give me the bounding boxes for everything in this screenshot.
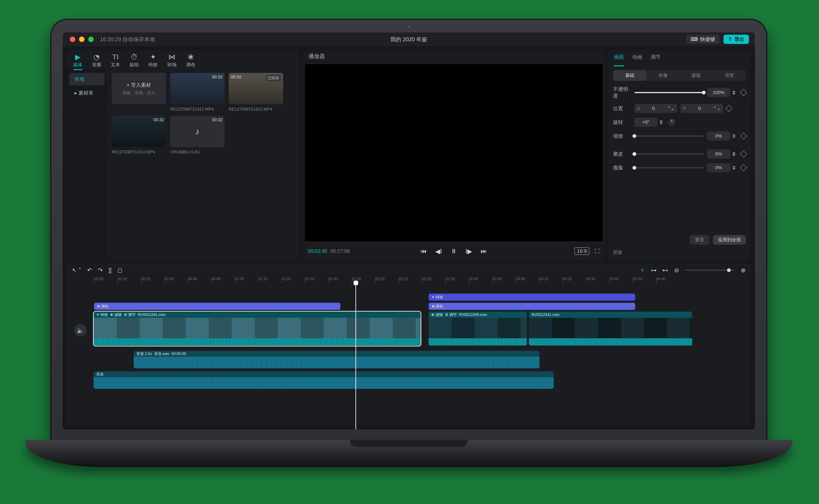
current-timecode: 00:02:45 — [308, 248, 327, 254]
subtab-basic[interactable]: 基础 — [613, 70, 646, 81]
text-icon: TI — [112, 53, 119, 60]
subtab-background[interactable]: 背景 — [713, 70, 746, 81]
track-label: ❀ 调色 — [97, 304, 109, 309]
tab-label: 媒体 — [73, 62, 82, 68]
window-close[interactable] — [70, 37, 75, 42]
smooth-spinner[interactable] — [732, 152, 738, 156]
rotation-spinner[interactable] — [660, 120, 665, 124]
sidebar-local[interactable]: 本地 — [69, 73, 105, 85]
next-clip-button[interactable]: ⏭ — [481, 248, 487, 255]
tab-picture[interactable]: 画面 — [614, 54, 624, 66]
window-maximize[interactable] — [88, 37, 94, 42]
ruler-tick: 03:00 — [516, 277, 539, 284]
subtab-mask[interactable]: 蒙版 — [680, 70, 713, 81]
zoom-slider[interactable] — [685, 270, 735, 271]
clip-tag: ❀ 滤镜 — [110, 312, 122, 317]
slim-spinner[interactable] — [732, 166, 738, 170]
scale-spinner[interactable] — [732, 134, 738, 138]
select-tool[interactable]: ↖ ˅ — [72, 267, 81, 274]
subtab-chromakey[interactable]: 抠像 — [646, 70, 680, 81]
tab-animation[interactable]: 动画 — [632, 54, 642, 66]
zoom-in-button[interactable]: ⊕ — [741, 267, 746, 274]
import-media-button[interactable]: + 导入素材 视频、音频、图片 — [112, 73, 166, 104]
tab-sticker[interactable]: ⏱ 贴纸 — [130, 53, 139, 68]
opacity-keyframe[interactable] — [740, 89, 747, 96]
undo-button[interactable]: ↶ — [87, 267, 92, 274]
aspect-ratio-button[interactable]: 16:9 — [574, 247, 589, 255]
unlink-button[interactable]: ⊷ — [662, 267, 668, 274]
smooth-value[interactable]: 0% — [707, 149, 730, 159]
media-item[interactable]: 00:32 — [170, 73, 224, 104]
slim-keyframe[interactable] — [740, 164, 747, 171]
slim-slider[interactable] — [634, 167, 704, 168]
reset-button[interactable]: 重置 — [690, 235, 709, 245]
media-item-audio[interactable]: 00:32 ♪ — [170, 116, 224, 147]
laptop-base — [25, 440, 792, 467]
playhead[interactable] — [355, 284, 356, 429]
tab-colorgrade[interactable]: ❀ 调色 — [186, 53, 195, 68]
tab-label: 调色 — [186, 62, 195, 68]
video-clip[interactable]: ❀ 滤镜 ⚙ 调节 RV0012349.mov — [429, 312, 527, 346]
slim-value[interactable]: 0% — [707, 163, 730, 172]
prev-clip-button[interactable]: ⏮ — [420, 248, 427, 255]
timeline-tracks[interactable]: 🔈 ✦ 特效 ❀ 调色 ❀ 调色 ✦ 特效 — [67, 284, 751, 425]
mute-track-button[interactable]: 🔈 — [74, 324, 87, 337]
position-keyframe[interactable] — [725, 105, 732, 112]
shortcuts-button[interactable]: ⌨ 快捷键 — [686, 35, 720, 44]
ruler-tick: 01:00 — [235, 277, 258, 284]
stepper-icon: ⌃⌄ — [713, 106, 721, 111]
scale-value[interactable]: 0% — [707, 131, 730, 141]
video-clip[interactable]: RV0012341.mov — [529, 312, 692, 346]
rotation-dial[interactable] — [668, 119, 675, 126]
player-canvas[interactable] — [305, 64, 603, 241]
colorgrade-track[interactable]: ❀ 调色 — [94, 303, 340, 310]
prev-frame-button[interactable]: ◀Ⅰ — [435, 248, 442, 255]
position-x-input[interactable]: X0⌃⌄ — [634, 104, 677, 113]
zoom-out-button[interactable]: ⊖ — [674, 267, 679, 274]
media-item[interactable]: 已添加 00:32 — [229, 73, 283, 104]
opacity-spinner[interactable] — [732, 90, 738, 95]
video-clip[interactable]: ✦ 特效 ❀ 滤镜 ⚙ 调节 RV0012341.mov — [94, 312, 421, 346]
apply-all-button[interactable]: 应用到全部 — [713, 235, 746, 245]
tab-media[interactable]: ▶ 媒体 — [73, 53, 82, 68]
stepper-icon: ⌃⌄ — [667, 106, 675, 111]
smooth-label: 磨皮 — [613, 151, 631, 157]
scale-keyframe[interactable] — [740, 132, 747, 140]
link-toggle[interactable]: ⊶ — [651, 267, 657, 274]
tab-adjust[interactable]: 调节 — [651, 54, 661, 66]
play-pause-button[interactable]: ⏸ — [451, 248, 457, 255]
position-y-input[interactable]: Y0⌃⌄ — [680, 104, 723, 113]
clip-added-tag: 已添加 — [265, 75, 281, 81]
tab-audio[interactable]: ◔ 音频 — [92, 53, 101, 68]
media-item[interactable]: 00:32 — [112, 116, 166, 147]
colorgrade-track[interactable]: ❀ 调色 — [429, 303, 635, 310]
sticker-icon: ⏱ — [131, 53, 138, 60]
tab-transition[interactable]: ⋈ 转场 — [167, 53, 176, 68]
window-minimize[interactable] — [79, 37, 84, 42]
crop-button[interactable]: ◻ — [117, 267, 122, 274]
snap-toggle[interactable]: ✧ — [640, 267, 645, 274]
sidebar-library[interactable]: ▸ 素材库 — [69, 87, 105, 99]
audio-clip[interactable]: 变速 2.0x 录音.wav 00:00:00 — [134, 351, 540, 368]
smooth-keyframe[interactable] — [740, 150, 747, 158]
next-frame-button[interactable]: Ⅰ▶ — [466, 248, 472, 255]
fullscreen-button[interactable]: ⛶ — [595, 248, 600, 254]
inspector-tabs: 画面 动画 调节 — [609, 50, 751, 66]
media-grid: + 导入素材 视频、音频、图片 00:32 RE127838721412.MP4 — [107, 69, 299, 259]
timeline-ruler[interactable]: 00:00 00:10 00:20 00:30 00:40 00:50 01:0… — [67, 277, 751, 284]
scale-slider[interactable] — [634, 135, 704, 137]
slim-label: 瘦脸 — [613, 164, 631, 171]
audio-clip[interactable]: 音效 — [94, 371, 554, 389]
opacity-slider[interactable] — [634, 92, 704, 93]
export-button[interactable]: ⇧ 导出 — [723, 35, 749, 44]
ruler-tick: 02:00 — [375, 277, 398, 284]
opacity-value[interactable]: 100% — [707, 88, 730, 97]
tab-effects[interactable]: ✦ 特效 — [148, 53, 158, 68]
tab-text[interactable]: TI 文本 — [111, 53, 120, 68]
split-button[interactable]: ][ — [108, 267, 112, 274]
export-icon: ⇧ — [728, 36, 732, 42]
smooth-slider[interactable] — [634, 153, 704, 155]
effects-track[interactable]: ✦ 特效 — [429, 294, 635, 301]
rotation-value[interactable]: +0° — [634, 118, 657, 127]
redo-button[interactable]: ↷ — [98, 267, 103, 274]
